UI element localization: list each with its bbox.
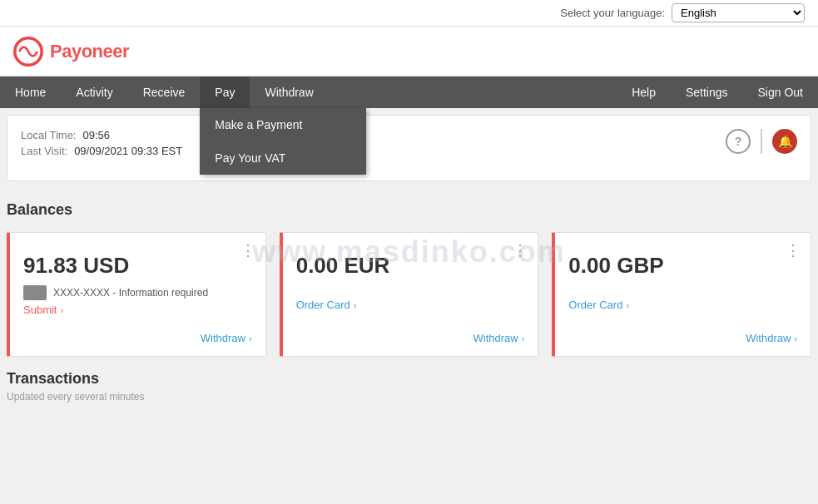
local-time-label: Local Time: [21, 129, 76, 141]
nav-item-activity[interactable]: Activity [61, 77, 127, 108]
last-visit-line: Last Visit: 09/09/2021 09:33 EST [21, 145, 182, 157]
action-icons: ? 🔔 [726, 129, 797, 154]
card-icon-usd [23, 285, 47, 300]
card-text-usd: XXXX-XXXX - Information required [53, 287, 208, 299]
transactions-title: Transactions [7, 370, 811, 388]
header: Payoneer [0, 27, 818, 77]
last-visit-label: Last Visit: [21, 145, 67, 157]
card-info-usd: XXXX-XXXX - Information required [23, 285, 252, 300]
transactions-section: Transactions Updated every several minut… [0, 363, 818, 409]
bell-icon: 🔔 [778, 135, 792, 148]
submit-link-usd[interactable]: Submit › [23, 304, 252, 316]
card-menu-eur[interactable]: ⋮ [513, 243, 528, 258]
balance-card-eur: ⋮ 0.00 EUR Order Card › Withdraw › [280, 232, 539, 357]
top-bar: Select your language: English Spanish Fr… [0, 0, 818, 27]
balances-section: Balances ⋮ 91.83 USD XXXX-XXXX - Informa… [0, 188, 818, 363]
transactions-subtitle: Updated every several minutes [7, 391, 811, 403]
info-row: Local Time: 09:56 Last Visit: 09/09/2021… [21, 129, 182, 157]
dropdown-item-make-payment[interactable]: Make a Payment [200, 108, 366, 141]
nav-left: Home Activity Receive Pay Make a Payment… [0, 77, 329, 108]
chevron-icon: › [354, 300, 357, 310]
chevron-icon: › [249, 334, 252, 343]
balance-amount-gbp: 0.00 GBP [568, 253, 797, 279]
pay-dropdown: Make a Payment Pay Your VAT [200, 108, 366, 175]
question-icon: ? [735, 135, 742, 148]
nav-item-receive[interactable]: Receive [128, 77, 201, 108]
order-card-link-eur[interactable]: Order Card › [296, 299, 525, 311]
nav-item-settings[interactable]: Settings [671, 77, 743, 108]
nav-item-help[interactable]: Help [617, 77, 671, 108]
balance-card-usd: ⋮ 91.83 USD XXXX-XXXX - Information requ… [7, 232, 266, 357]
dropdown-item-pay-vat[interactable]: Pay Your VAT [200, 141, 366, 175]
card-menu-gbp[interactable]: ⋮ [786, 243, 801, 258]
divider [761, 129, 762, 154]
chevron-icon: › [626, 300, 629, 310]
last-visit-value: 09/09/2021 09:33 EST [74, 145, 182, 157]
chevron-icon: › [60, 305, 63, 315]
withdraw-link-gbp[interactable]: Withdraw › [746, 332, 797, 344]
local-time-line: Local Time: 09:56 [21, 129, 182, 141]
info-panel: Local Time: 09:56 Last Visit: 09/09/2021… [7, 115, 811, 181]
withdraw-link-eur[interactable]: Withdraw › [473, 332, 524, 344]
nav-item-home[interactable]: Home [0, 77, 61, 108]
balance-amount-usd: 91.83 USD [23, 253, 252, 279]
language-select[interactable]: English Spanish French German Chinese [672, 3, 805, 22]
local-time-value: 09:56 [82, 129, 110, 141]
nav-item-pay[interactable]: Pay Make a Payment Pay Your VAT [200, 77, 250, 108]
bell-icon-btn[interactable]: 🔔 [772, 129, 797, 154]
logo-container: Payoneer [13, 37, 129, 67]
withdraw-link-usd[interactable]: Withdraw › [201, 332, 252, 344]
nav-item-withdraw[interactable]: Withdraw [250, 77, 328, 108]
balance-card-gbp: ⋮ 0.00 GBP Order Card › Withdraw › [552, 232, 811, 357]
help-icon-btn[interactable]: ? [726, 129, 751, 154]
cards-row: ⋮ 91.83 USD XXXX-XXXX - Information requ… [7, 232, 811, 357]
chevron-icon: › [794, 334, 797, 343]
language-label: Select your language: [560, 7, 665, 19]
nav-item-signout[interactable]: Sign Out [743, 77, 818, 108]
chevron-icon: › [522, 334, 525, 343]
order-card-link-gbp[interactable]: Order Card › [568, 299, 797, 311]
balance-amount-eur: 0.00 EUR [296, 253, 525, 279]
logo-text: Payoneer [50, 41, 129, 62]
main-nav: Home Activity Receive Pay Make a Payment… [0, 77, 818, 108]
balances-title: Balances [7, 201, 811, 219]
card-menu-usd[interactable]: ⋮ [240, 243, 255, 258]
logo-icon [13, 37, 43, 67]
nav-right: Help Settings Sign Out [617, 77, 818, 108]
